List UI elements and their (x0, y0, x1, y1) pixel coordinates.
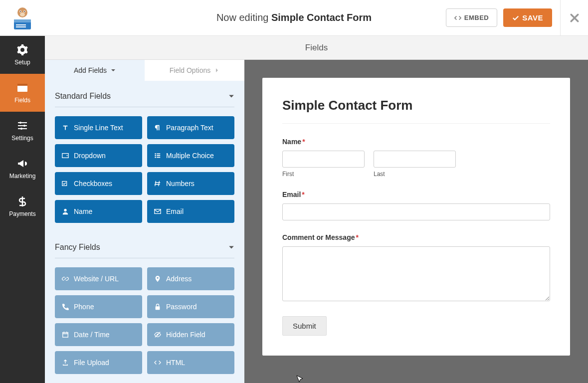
name-label: Name* (282, 138, 550, 146)
lock-icon (154, 303, 161, 310)
field-name-row[interactable]: Name* First Last (282, 138, 550, 178)
header-title: Now editing Simple Contact Form (216, 12, 372, 23)
field-password[interactable]: Password (147, 295, 234, 318)
chevron-down-icon (228, 93, 234, 99)
tab-add-fields[interactable]: Add Fields (45, 60, 145, 81)
field-multiple-choice[interactable]: Multiple Choice (147, 144, 234, 167)
nav-setup[interactable]: Setup (0, 36, 45, 74)
svg-rect-25 (156, 306, 160, 310)
embed-button[interactable]: EMBED (446, 8, 497, 27)
field-html[interactable]: HTML (147, 351, 234, 374)
nav-label: Settings (11, 135, 33, 142)
field-phone[interactable]: Phone (55, 295, 142, 318)
sliders-icon (16, 120, 28, 132)
code-icon (454, 14, 461, 21)
nav-label: Setup (14, 59, 30, 66)
last-sublabel: Last (374, 171, 456, 178)
chevron-right-icon (214, 68, 219, 73)
paragraph-icon (154, 124, 161, 131)
group-fancy-header[interactable]: Fancy Fields (55, 232, 234, 258)
close-button[interactable] (560, 0, 588, 36)
comment-textarea[interactable] (282, 246, 550, 301)
field-email[interactable]: Email (147, 200, 234, 223)
svg-point-14 (20, 128, 22, 130)
field-hidden[interactable]: Hidden Field (147, 323, 234, 346)
svg-rect-7 (14, 19, 31, 22)
svg-point-3 (20, 11, 21, 12)
bullhorn-icon (16, 158, 28, 170)
svg-point-23 (64, 209, 66, 211)
field-website[interactable]: Website / URL (55, 267, 142, 290)
svg-rect-19 (157, 155, 160, 156)
nav-fields[interactable]: Fields (0, 74, 45, 112)
eye-slash-icon (154, 331, 161, 338)
svg-point-5 (20, 12, 25, 16)
last-name-input[interactable] (374, 151, 456, 168)
hash-icon (154, 180, 161, 187)
sidebar-nav: Setup Fields Settings Marketing Payments (0, 36, 45, 383)
form-title: Simple Contact Form (282, 98, 550, 124)
field-checkboxes[interactable]: Checkboxes (55, 172, 142, 195)
nav-settings[interactable]: Settings (0, 112, 45, 150)
chevron-down-icon (228, 244, 234, 250)
phone-icon (62, 303, 69, 310)
list-icon (154, 152, 161, 159)
nav-marketing[interactable]: Marketing (0, 150, 45, 188)
email-label: Email* (282, 191, 550, 198)
check-icon (512, 14, 519, 21)
link-icon (62, 275, 69, 282)
section-title: Fields (45, 36, 588, 60)
email-input[interactable] (282, 203, 550, 220)
nav-label: Payments (9, 210, 35, 217)
svg-rect-21 (157, 157, 160, 158)
submit-button[interactable]: Submit (282, 316, 327, 336)
chevron-down-icon (111, 68, 116, 73)
calendar-icon (62, 331, 69, 338)
field-datetime[interactable]: Date / Time (55, 323, 142, 346)
form-card[interactable]: Simple Contact Form Name* First (262, 78, 570, 356)
nav-label: Marketing (9, 173, 36, 180)
svg-rect-17 (157, 154, 160, 155)
svg-point-16 (155, 153, 156, 155)
field-numbers[interactable]: Numbers (147, 172, 234, 195)
svg-point-13 (23, 125, 25, 127)
form-preview: Simple Contact Form Name* First (244, 60, 588, 383)
dollar-icon (16, 195, 28, 207)
checkbox-icon (62, 180, 69, 187)
svg-point-18 (155, 155, 156, 157)
svg-rect-8 (16, 24, 26, 25)
field-name[interactable]: Name (55, 200, 142, 223)
svg-point-20 (155, 157, 156, 158)
field-file-upload[interactable]: File Upload (55, 351, 142, 374)
svg-rect-11 (17, 84, 27, 86)
svg-point-12 (19, 122, 21, 124)
comment-label: Comment or Message* (282, 233, 550, 241)
header: Now editing Simple Contact Form EMBED SA… (0, 0, 588, 36)
fields-panel: Add Fields Field Options Standard Fields (45, 60, 244, 383)
close-icon (570, 13, 579, 22)
tab-field-options[interactable]: Field Options (145, 60, 244, 81)
svg-rect-9 (16, 26, 26, 27)
map-pin-icon (154, 275, 161, 282)
nav-payments[interactable]: Payments (0, 188, 45, 225)
dropdown-icon (62, 152, 69, 159)
first-sublabel: First (282, 171, 365, 178)
svg-rect-26 (63, 333, 68, 338)
field-single-line-text[interactable]: Single Line Text (55, 116, 142, 139)
first-name-input[interactable] (282, 151, 365, 168)
envelope-icon (154, 208, 161, 215)
save-button[interactable]: SAVE (503, 8, 552, 27)
field-paragraph-text[interactable]: Paragraph Text (147, 116, 234, 139)
gear-icon (16, 44, 28, 56)
app-logo (0, 0, 45, 36)
field-comment-row[interactable]: Comment or Message* (282, 233, 550, 303)
group-standard-header[interactable]: Standard Fields (55, 81, 234, 107)
svg-point-4 (24, 11, 25, 12)
code-icon (154, 359, 161, 366)
field-address[interactable]: Address (147, 267, 234, 290)
svg-rect-24 (155, 209, 161, 214)
user-icon (62, 208, 69, 215)
upload-icon (62, 359, 69, 366)
field-email-row[interactable]: Email* (282, 191, 550, 220)
field-dropdown[interactable]: Dropdown (55, 144, 142, 167)
